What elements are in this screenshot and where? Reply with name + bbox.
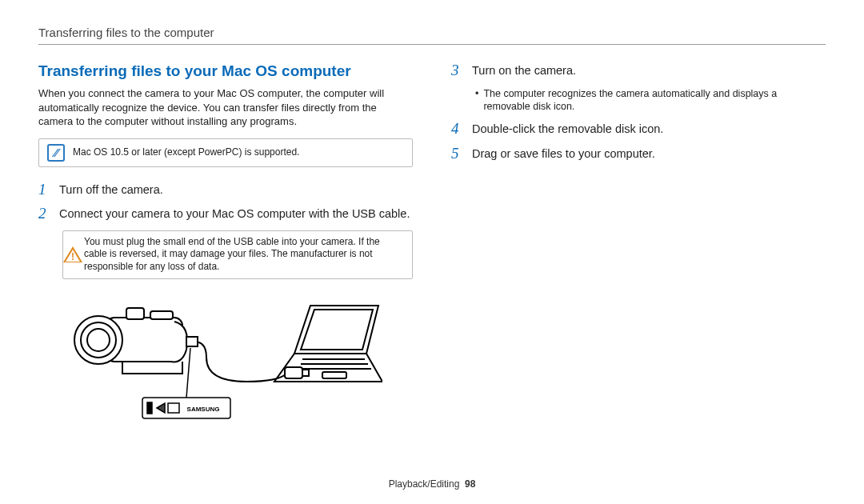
step-number: 3 [451,62,466,78]
bullet-icon: • [475,87,478,114]
connector-brand-label: SAMSUNG [187,406,220,413]
svg-rect-4 [126,308,144,319]
connection-illustration: SAMSUNG [62,294,413,433]
step-1: 1 Turn off the camera. [38,182,413,198]
footer-page-number: 98 [465,478,475,490]
step-4: 4 Double-click the removable disk icon. [451,121,826,138]
svg-rect-9 [322,372,346,378]
page-header: Transferring files to the computer [38,26,826,45]
svg-rect-11 [285,367,302,378]
footer-section: Playback/Editing [389,478,460,490]
substep-text: The computer recognizes the camera autom… [483,87,826,114]
warning-note-text: You must plug the small end of the USB c… [84,236,404,274]
warning-note-box: ! You must plug the small end of the USB… [62,230,413,279]
step-number: 1 [38,182,53,197]
step-3: 3 Turn on the camera. [451,62,826,79]
svg-rect-10 [186,337,198,346]
left-column: Transferring files to your Mac OS comput… [38,62,413,433]
svg-rect-14 [147,402,152,414]
step-number: 4 [451,121,466,136]
step-text: Drag or save files to your computer. [472,146,655,162]
step-5: 5 Drag or save files to your computer. [451,146,826,162]
step-text: Connect your camera to your Mac OS compu… [59,206,410,222]
svg-line-17 [186,348,190,398]
step-text: Turn off the camera. [59,182,163,198]
step-text: Turn on the camera. [472,62,576,79]
step-text: Double-click the removable disk icon. [472,121,663,138]
svg-rect-16 [168,403,179,413]
intro-paragraph: When you connect the camera to your Mac … [38,86,413,129]
info-note-text: Mac OS 10.5 or later (except PowerPC) is… [73,146,299,159]
step-number: 5 [451,146,466,161]
content-columns: Transferring files to your Mac OS comput… [38,62,826,433]
svg-rect-12 [302,370,309,376]
svg-point-3 [87,329,110,351]
info-note-box: ⁄⁄ Mac OS 10.5 or later (except PowerPC)… [38,138,413,167]
section-title: Transferring files to your Mac OS comput… [38,62,413,80]
page-footer: Playback/Editing 98 [0,478,864,490]
svg-rect-5 [150,311,173,319]
right-column: 3 Turn on the camera. • The computer rec… [451,62,826,433]
info-icon: ⁄⁄ [47,144,65,162]
step-3-substep: • The computer recognizes the camera aut… [475,87,826,114]
step-number: 2 [38,206,53,221]
step-2: 2 Connect your camera to your Mac OS com… [38,206,413,222]
